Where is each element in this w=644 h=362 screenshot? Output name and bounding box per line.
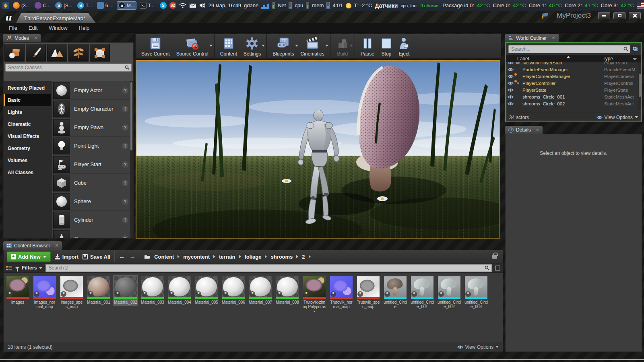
outliner-search-input[interactable] <box>510 46 623 52</box>
asset-tile[interactable]: *untitled_Circle_002 <box>437 275 462 310</box>
taskbar-chat[interactable]: C... <box>33 2 52 9</box>
lock-icon[interactable] <box>492 255 497 259</box>
cinematics-button[interactable]: Cinematics <box>297 34 328 58</box>
outliner-header[interactable]: Label Type <box>506 55 641 62</box>
taskbar-skype-window[interactable]: S[S... <box>54 2 73 9</box>
crumb-terrain[interactable]: terrain <box>219 254 235 260</box>
placeable-empty-actor[interactable]: Empty Actor? <box>52 81 133 100</box>
help-icon[interactable]: ? <box>122 198 128 205</box>
crumb-shrooms[interactable]: shrooms <box>270 254 293 260</box>
visibility-eye-icon[interactable] <box>508 81 514 85</box>
actor-row[interactable]: PlayerCameraManager PlayerCamera <box>506 73 641 80</box>
maximize-button[interactable] <box>613 12 625 19</box>
help-icon[interactable]: ? <box>122 161 128 168</box>
modes-search[interactable] <box>5 64 132 72</box>
content-view-options[interactable]: View Options <box>457 344 499 350</box>
close-tab-icon[interactable]: ✕ <box>551 35 555 41</box>
modes-tab[interactable]: Modes✕ <box>3 34 41 42</box>
visibility-eye-icon[interactable] <box>508 88 514 92</box>
content-browser-tab[interactable]: Content Browser✕ <box>3 241 62 250</box>
asset-search-input[interactable] <box>48 265 485 271</box>
visibility-eye-icon[interactable] <box>508 62 514 65</box>
sources-panel-icon[interactable] <box>6 265 12 270</box>
asset-tile[interactable]: *images <box>5 275 30 306</box>
placeable-empty-pawn[interactable]: Empty Pawn? <box>52 118 133 137</box>
details-tab[interactable]: i Details✕ <box>505 126 543 134</box>
placeable-sphere[interactable]: Sphere? <box>52 192 133 211</box>
source-control-button[interactable]: Source Control <box>173 34 212 58</box>
asset-tile[interactable]: *untitled_Circle_001 <box>410 275 435 310</box>
mode-landscape-button[interactable] <box>47 44 67 62</box>
actor-row[interactable]: ParticleEventManager ParticleEventM <box>506 66 641 73</box>
help-icon[interactable]: ? <box>122 143 128 149</box>
notification-badge[interactable]: 82 <box>169 2 176 9</box>
outliner-scrollbar[interactable] <box>638 62 641 110</box>
visibility-eye-icon[interactable] <box>508 95 514 99</box>
category-all-classes[interactable]: All Classes <box>4 167 51 179</box>
source-control-dropdown[interactable] <box>209 45 213 47</box>
actor-row[interactable]: PlayerController PlayerControll <box>506 80 641 86</box>
placeable-player-start[interactable]: Player Start? <box>52 155 133 174</box>
placeable-cone[interactable]: Cone? <box>52 229 133 238</box>
asset-search[interactable] <box>45 264 492 272</box>
mode-geometry-button[interactable] <box>90 44 110 62</box>
crumb-foliage[interactable]: foliage <box>245 254 262 260</box>
category-geometry[interactable]: Geometry <box>4 142 51 154</box>
menu-edit[interactable]: Edit <box>24 24 42 32</box>
category-volumes[interactable]: Volumes <box>4 154 51 167</box>
skype-tray-icon[interactable]: S <box>160 2 167 9</box>
taskbar-telegram[interactable]: ◀T... <box>76 2 93 9</box>
asset-tile[interactable]: *Trutovik_spec_map <box>356 275 381 310</box>
save-search-icon[interactable] <box>495 265 500 271</box>
taskbar-firefox[interactable]: (3... <box>12 2 31 9</box>
mail-icon[interactable] <box>189 3 196 8</box>
help-icon[interactable]: ? <box>122 180 128 186</box>
blueprints-button[interactable]: Blueprints <box>269 34 297 58</box>
help-icon[interactable]: ? <box>122 87 128 94</box>
outliner-view-options[interactable]: View Options <box>597 115 638 120</box>
taskbar-terminal[interactable]: >_T... <box>138 2 156 9</box>
asset-tile[interactable]: *Material_004 <box>167 275 192 306</box>
actor-row[interactable]: shrooms_Circle_001 StaticMeshAct <box>506 93 641 100</box>
taskbar-unreal[interactable]: uM... <box>117 2 136 9</box>
modes-search-input[interactable] <box>7 64 125 71</box>
clock[interactable]: 29 мар, 16:49 <box>208 2 241 8</box>
pause-button[interactable]: Pause <box>357 34 378 58</box>
settings-button[interactable]: Settings <box>240 34 264 58</box>
asset-tile[interactable]: *Material_003 <box>140 275 165 306</box>
asset-tile[interactable]: *untitled_Circle_003 <box>464 275 489 310</box>
outliner-search[interactable] <box>508 45 630 53</box>
placeable-cube[interactable]: Cube? <box>52 174 133 192</box>
asset-tile[interactable]: *Trutovik-zimnij-Polyporus- <box>302 275 327 315</box>
placeable-empty-character[interactable]: Empty Character? <box>52 100 133 118</box>
category-basic[interactable]: Basic <box>4 94 51 106</box>
placeable-point-light[interactable]: Point Light? <box>52 137 133 155</box>
help-icon[interactable]: ? <box>122 217 128 223</box>
crumb-2[interactable]: 2 <box>302 254 305 260</box>
asset-tile[interactable]: *untitled_Circle <box>383 275 408 310</box>
add-new-button[interactable]: Add New <box>7 251 51 262</box>
close-tab-icon[interactable]: ✕ <box>34 35 37 41</box>
help-icon[interactable]: ? <box>122 235 128 238</box>
mode-place-button[interactable] <box>4 44 25 62</box>
asset-tile[interactable]: *Material_007 <box>248 275 273 306</box>
add-actor-icon[interactable]: + <box>632 46 639 52</box>
help-icon[interactable]: ? <box>122 106 128 112</box>
menu-file[interactable]: File <box>4 24 22 32</box>
actor-row[interactable]: shrooms_Circle_002 StaticMeshAct <box>506 100 641 107</box>
asset-tile[interactable]: *images_spec_map <box>59 275 84 310</box>
label-column-header[interactable]: Label <box>506 56 603 62</box>
asset-tile[interactable]: *Trutovik_normal_map <box>329 275 354 310</box>
asset-tile-selected[interactable]: *Material_002 <box>113 275 138 306</box>
close-tab-icon[interactable]: ✕ <box>536 128 539 133</box>
world-outliner-tab[interactable]: World Outliner✕ <box>505 34 559 42</box>
save-all-button[interactable]: Save All <box>83 254 110 260</box>
actor-row[interactable]: NetworkPlayerStart PlayerStart <box>506 62 641 66</box>
category-recently-placed[interactable]: Recently Placed <box>4 82 51 94</box>
type-filter-icon[interactable] <box>632 58 637 60</box>
category-lights[interactable]: Lights <box>4 106 51 118</box>
menu-window[interactable]: Window <box>44 24 72 32</box>
import-button[interactable]: Import <box>55 254 78 260</box>
menu-help[interactable]: Help <box>74 24 95 32</box>
mode-paint-button[interactable] <box>26 44 46 62</box>
